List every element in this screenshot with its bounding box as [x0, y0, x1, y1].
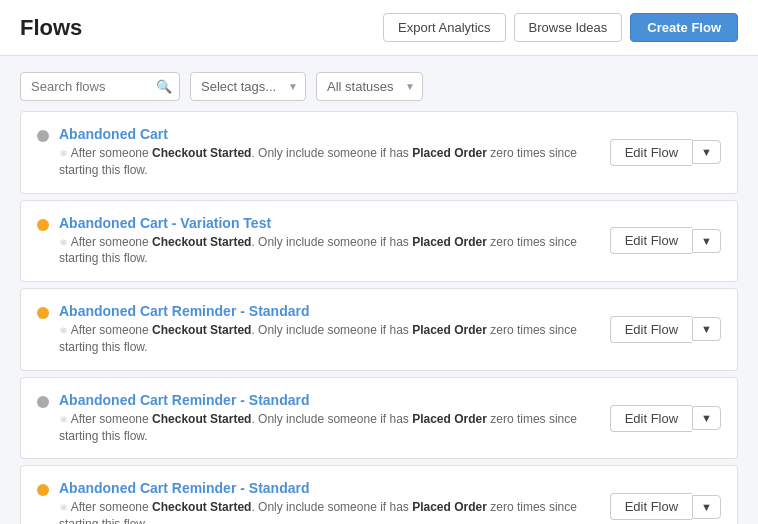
page-header: Flows Export Analytics Browse Ideas Crea… [0, 0, 758, 56]
trigger-icon: ⚛ [59, 325, 68, 336]
trigger-icon: ⚛ [59, 148, 68, 159]
status-dot [37, 130, 49, 142]
edit-flow-dropdown-button[interactable]: ▼ [692, 229, 721, 253]
status-select[interactable]: All statuses [316, 72, 423, 101]
search-icon: 🔍 [156, 79, 172, 94]
flow-left: Abandoned Cart Reminder - Standard ⚛ Aft… [37, 392, 610, 445]
search-wrapper: 🔍 [20, 72, 180, 101]
flow-item: Abandoned Cart Reminder - Standard ⚛ Aft… [20, 288, 738, 371]
flow-name[interactable]: Abandoned Cart [59, 126, 168, 142]
browse-ideas-button[interactable]: Browse Ideas [514, 13, 623, 42]
flow-description: ⚛ After someone Checkout Started. Only i… [59, 411, 610, 445]
edit-flow-button[interactable]: Edit Flow [610, 139, 692, 166]
edit-flow-button[interactable]: Edit Flow [610, 493, 692, 520]
flow-info: Abandoned Cart Reminder - Standard ⚛ Aft… [59, 303, 610, 356]
flow-item: Abandoned Cart Reminder - Standard ⚛ Aft… [20, 377, 738, 460]
flow-description: ⚛ After someone Checkout Started. Only i… [59, 145, 610, 179]
edit-flow-dropdown-button[interactable]: ▼ [692, 140, 721, 164]
trigger-icon: ⚛ [59, 502, 68, 513]
edit-flow-button[interactable]: Edit Flow [610, 227, 692, 254]
export-analytics-button[interactable]: Export Analytics [383, 13, 506, 42]
trigger-icon: ⚛ [59, 414, 68, 425]
flow-description: ⚛ After someone Checkout Started. Only i… [59, 322, 610, 356]
page-title: Flows [20, 15, 82, 41]
flow-name[interactable]: Abandoned Cart Reminder - Standard [59, 392, 309, 408]
flow-description: ⚛ After someone Checkout Started. Only i… [59, 234, 610, 268]
status-dropdown-wrapper: All statuses ▼ [316, 72, 423, 101]
flow-info: Abandoned Cart ⚛ After someone Checkout … [59, 126, 610, 179]
flow-actions: Edit Flow ▼ [610, 139, 721, 166]
flow-name[interactable]: Abandoned Cart Reminder - Standard [59, 480, 309, 496]
status-dot [37, 396, 49, 408]
edit-flow-dropdown-button[interactable]: ▼ [692, 406, 721, 430]
flow-item: Abandoned Cart - Variation Test ⚛ After … [20, 200, 738, 283]
flow-actions: Edit Flow ▼ [610, 493, 721, 520]
status-dot [37, 219, 49, 231]
flow-left: Abandoned Cart ⚛ After someone Checkout … [37, 126, 610, 179]
edit-flow-dropdown-button[interactable]: ▼ [692, 495, 721, 519]
tags-dropdown-wrapper: Select tags... ▼ [190, 72, 306, 101]
flow-info: Abandoned Cart Reminder - Standard ⚛ Aft… [59, 480, 610, 524]
flow-item: Abandoned Cart Reminder - Standard ⚛ Aft… [20, 465, 738, 524]
flow-left: Abandoned Cart Reminder - Standard ⚛ Aft… [37, 480, 610, 524]
status-dot [37, 484, 49, 496]
flow-name[interactable]: Abandoned Cart Reminder - Standard [59, 303, 309, 319]
header-actions: Export Analytics Browse Ideas Create Flo… [383, 13, 738, 42]
trigger-icon: ⚛ [59, 237, 68, 248]
tags-select[interactable]: Select tags... [190, 72, 306, 101]
status-dot [37, 307, 49, 319]
edit-flow-dropdown-button[interactable]: ▼ [692, 317, 721, 341]
flow-item: Abandoned Cart ⚛ After someone Checkout … [20, 111, 738, 194]
flow-info: Abandoned Cart - Variation Test ⚛ After … [59, 215, 610, 268]
create-flow-button[interactable]: Create Flow [630, 13, 738, 42]
flow-left: Abandoned Cart - Variation Test ⚛ After … [37, 215, 610, 268]
flow-info: Abandoned Cart Reminder - Standard ⚛ Aft… [59, 392, 610, 445]
flow-list: Abandoned Cart ⚛ After someone Checkout … [0, 111, 758, 524]
edit-flow-button[interactable]: Edit Flow [610, 405, 692, 432]
flow-actions: Edit Flow ▼ [610, 316, 721, 343]
filter-bar: 🔍 Select tags... ▼ All statuses ▼ [0, 56, 758, 111]
flow-actions: Edit Flow ▼ [610, 227, 721, 254]
flow-name[interactable]: Abandoned Cart - Variation Test [59, 215, 271, 231]
flow-description: ⚛ After someone Checkout Started. Only i… [59, 499, 610, 524]
flow-left: Abandoned Cart Reminder - Standard ⚛ Aft… [37, 303, 610, 356]
flow-actions: Edit Flow ▼ [610, 405, 721, 432]
edit-flow-button[interactable]: Edit Flow [610, 316, 692, 343]
